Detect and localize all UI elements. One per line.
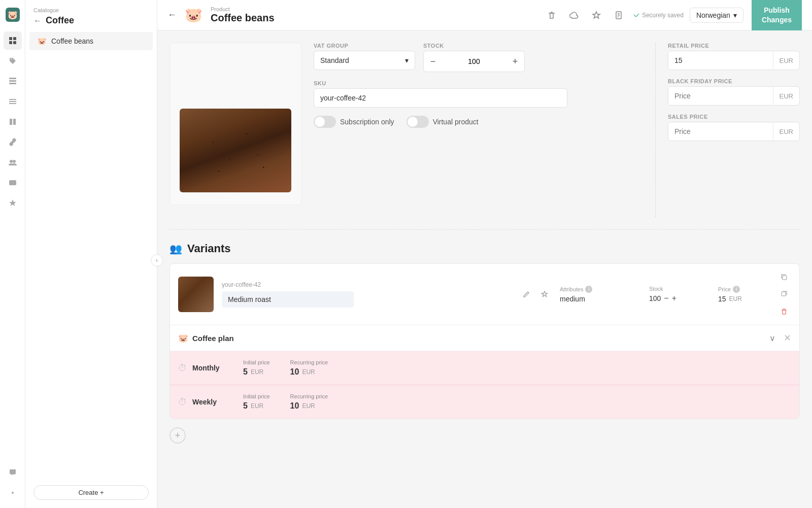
- black-friday-price-input[interactable]: [668, 87, 773, 105]
- nav-icon-chat[interactable]: [4, 463, 22, 482]
- nav-icon-grid[interactable]: [4, 31, 22, 50]
- stock-decrease-icon[interactable]: −: [664, 294, 668, 303]
- svg-rect-18: [783, 276, 787, 280]
- svg-rect-5: [13, 41, 16, 44]
- svg-point-16: [12, 492, 14, 494]
- virtual-label: Virtual product: [433, 118, 479, 126]
- vat-group-label: VAT GROUP: [314, 43, 415, 49]
- plan-row-weekly: ⏱ Weekly Initial price 5 EUR: [170, 385, 799, 419]
- variants-section: 👥 Variants your-coffee-42: [170, 242, 800, 444]
- variant-actions: [519, 287, 552, 301]
- sidebar-item-coffee-beans[interactable]: 🐷 Coffee beans: [29, 32, 153, 50]
- black-friday-price-group: BLACK FRIDAY PRICE EUR: [668, 78, 800, 106]
- variant-star-button[interactable]: [537, 287, 552, 301]
- virtual-toggle[interactable]: [407, 116, 429, 128]
- stock-control: − +: [423, 51, 525, 72]
- svg-rect-11: [9, 103, 16, 104]
- plan-chevron-icon[interactable]: ∨: [769, 333, 775, 343]
- nav-icon-link[interactable]: [4, 133, 22, 151]
- star-icon[interactable]: [588, 7, 604, 23]
- retail-price-input-row: EUR: [668, 51, 800, 70]
- product-area: VAT GROUP Standard ▾ STOCK −: [170, 43, 800, 217]
- nav-icon-group[interactable]: [4, 153, 22, 172]
- variant-delete-button[interactable]: [777, 304, 791, 319]
- nav-icon-book[interactable]: [4, 113, 22, 131]
- svg-rect-19: [782, 292, 786, 296]
- sku-input[interactable]: [314, 88, 567, 108]
- svg-rect-4: [9, 41, 12, 44]
- create-button[interactable]: Create +: [33, 485, 149, 500]
- plan-period-monthly: Monthly: [192, 364, 243, 372]
- subscription-label: Subscription only: [340, 118, 394, 126]
- variant-attributes: Attributes i medium: [560, 286, 641, 303]
- sales-price-input-row: EUR: [668, 122, 800, 141]
- retail-price-input[interactable]: [668, 51, 773, 70]
- variant-stock-row: 100 − +: [649, 294, 710, 303]
- cloud-icon[interactable]: [566, 7, 582, 23]
- stock-increase-icon[interactable]: +: [672, 294, 676, 303]
- nav-icon-list[interactable]: [4, 92, 22, 111]
- svg-rect-10: [9, 101, 16, 102]
- variant-card: your-coffee-42: [170, 263, 800, 419]
- nav-icon-card[interactable]: [4, 174, 22, 192]
- stock-input[interactable]: [442, 57, 506, 65]
- subscription-toggle-item: Subscription only: [314, 116, 394, 128]
- nav-icon-table[interactable]: [4, 72, 22, 90]
- sku-label: SKU: [314, 80, 631, 86]
- plan-prices-monthly: Initial price 5 EUR Recurring price 10: [243, 359, 791, 377]
- initial-price-value-monthly: 5 EUR: [243, 367, 270, 377]
- attributes-label: Attributes i: [560, 286, 641, 293]
- sidebar-header: Catalogue ← Coffee: [25, 0, 157, 30]
- product-image-area[interactable]: [170, 43, 301, 205]
- variant-duplicate-button[interactable]: [777, 287, 791, 301]
- publish-button[interactable]: Publish Changes: [752, 0, 802, 30]
- header-back-button[interactable]: ←: [167, 10, 177, 20]
- stock-decrease-button[interactable]: −: [424, 51, 442, 72]
- delete-icon[interactable]: [544, 7, 560, 23]
- svg-rect-9: [9, 99, 16, 100]
- variant-name-input[interactable]: [222, 291, 354, 308]
- variant-price: Price i 15 EUR: [718, 286, 769, 303]
- nav-icon-star[interactable]: [4, 194, 22, 212]
- svg-rect-15: [10, 182, 15, 183]
- black-friday-currency: EUR: [773, 87, 799, 105]
- variant-copy-button[interactable]: [777, 270, 791, 284]
- plan-row-monthly: ⏱ Monthly Initial price 5 EUR: [170, 351, 799, 385]
- plan-close-button[interactable]: ✕: [784, 332, 791, 344]
- price-info-icon[interactable]: i: [733, 286, 740, 293]
- attributes-value: medium: [560, 295, 641, 303]
- initial-currency-monthly: EUR: [251, 368, 263, 376]
- variant-edit-button[interactable]: [519, 287, 533, 301]
- page-body: VAT GROUP Standard ▾ STOCK −: [157, 30, 812, 508]
- svg-rect-14: [9, 180, 16, 185]
- back-arrow-icon[interactable]: ←: [33, 16, 42, 25]
- variant-row-icons: [777, 270, 791, 319]
- add-plan-button[interactable]: +: [170, 427, 186, 444]
- language-selector[interactable]: Norwegian ▾: [690, 8, 743, 23]
- initial-price-group-weekly: Initial price 5 EUR: [243, 393, 270, 411]
- coffee-plan-header: 🐷 Coffee plan ∨ ✕: [170, 325, 799, 351]
- variant-middle: your-coffee-42: [222, 281, 511, 308]
- product-icon: 🐷: [185, 7, 202, 23]
- nav-icon-settings[interactable]: [4, 484, 22, 502]
- nav-icon-tag[interactable]: [4, 52, 22, 70]
- app-logo[interactable]: 🐷: [4, 6, 21, 23]
- vat-group-select[interactable]: Standard ▾: [314, 51, 415, 70]
- attributes-info-icon[interactable]: i: [585, 286, 592, 293]
- svg-point-13: [13, 160, 16, 163]
- sidebar-title: Coffee: [46, 15, 74, 26]
- plan-title: Coffee plan: [192, 334, 769, 343]
- file-icon[interactable]: [611, 7, 627, 23]
- variant-img-content: [178, 277, 214, 312]
- sales-currency: EUR: [773, 122, 799, 141]
- collapse-sidebar-button[interactable]: ‹: [151, 254, 163, 266]
- recurring-price-group-monthly: Recurring price 10 EUR: [290, 359, 328, 377]
- sales-price-input[interactable]: [668, 122, 773, 141]
- subscription-toggle[interactable]: [314, 116, 336, 128]
- recurring-currency-weekly: EUR: [302, 402, 315, 410]
- recurring-price-value-monthly: 10 EUR: [290, 367, 328, 377]
- svg-rect-3: [13, 37, 16, 40]
- stock-increase-button[interactable]: +: [506, 51, 524, 72]
- top-header: ← 🐷 Product Coffee beans: [157, 0, 812, 30]
- product-main: VAT GROUP Standard ▾ STOCK −: [170, 43, 643, 217]
